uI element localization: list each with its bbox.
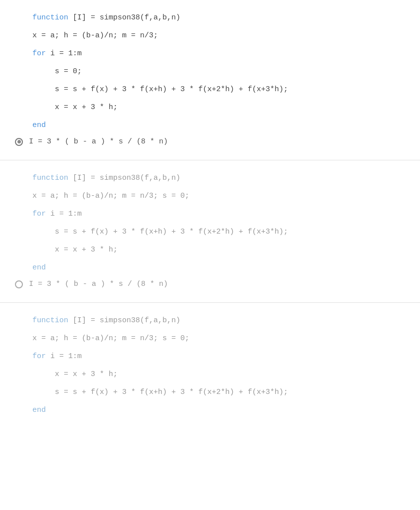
code-text: s = s + f(x) + 3 * f(x+h) + 3 * f(x+2*h)… bbox=[55, 388, 288, 396]
code-text: [I] = simpson38(f,a,b,n) bbox=[68, 174, 180, 182]
keyword: function bbox=[32, 13, 68, 22]
keyword: for bbox=[32, 352, 46, 361]
code-line: x = x + 3 * h; bbox=[0, 367, 420, 382]
code-block-2: function [I] = simpson38(f,a,b,n)x = a; … bbox=[0, 160, 420, 303]
keyword: end bbox=[32, 121, 46, 129]
radio-button[interactable] bbox=[15, 138, 23, 146]
radio-option-1[interactable]: I = 3 * ( b - a ) * s / (8 * n) bbox=[0, 133, 420, 150]
code-line: function [I] = simpson38(f,a,b,n) bbox=[0, 313, 420, 329]
code-text: i = 1:m bbox=[46, 210, 82, 218]
keyword: for bbox=[32, 49, 46, 58]
code-text: x = x + 3 * h; bbox=[55, 246, 118, 254]
radio-option-2[interactable]: I = 3 * ( b - a ) * s / (8 * n) bbox=[0, 276, 420, 292]
radio-label: I = 3 * ( b - a ) * s / (8 * n) bbox=[29, 137, 168, 146]
code-line: s = s + f(x) + 3 * f(x+h) + 3 * f(x+2*h)… bbox=[0, 82, 420, 98]
keyword: end bbox=[32, 406, 46, 414]
code-text: s = s + f(x) + 3 * f(x+h) + 3 * f(x+2*h)… bbox=[55, 85, 288, 94]
code-line: s = s + f(x) + 3 * f(x+h) + 3 * f(x+2*h)… bbox=[0, 224, 420, 240]
code-block-1: function [I] = simpson38(f,a,b,n)x = a; … bbox=[0, 0, 420, 160]
keyword: for bbox=[32, 210, 46, 218]
code-text: i = 1:m bbox=[46, 352, 82, 361]
code-line: for i = 1:m bbox=[0, 349, 420, 365]
radio-button[interactable] bbox=[15, 280, 23, 288]
code-block-3: function [I] = simpson38(f,a,b,n)x = a; … bbox=[0, 303, 420, 428]
code-text: [I] = simpson38(f,a,b,n) bbox=[68, 316, 180, 325]
code-line: x = a; h = (b-a)/n; m = n/3; bbox=[0, 28, 420, 44]
code-line: x = a; h = (b-a)/n; m = n/3; s = 0; bbox=[0, 188, 420, 204]
code-line: end bbox=[0, 118, 420, 133]
code-text: x = a; h = (b-a)/n; m = n/3; bbox=[32, 31, 158, 40]
code-text: x = a; h = (b-a)/n; m = n/3; s = 0; bbox=[32, 192, 189, 200]
code-line: x = x + 3 * h; bbox=[0, 100, 420, 116]
code-text: x = x + 3 * h; bbox=[55, 370, 118, 379]
keyword: function bbox=[32, 316, 68, 325]
code-line: function [I] = simpson38(f,a,b,n) bbox=[0, 10, 420, 26]
code-text: x = a; h = (b-a)/n; m = n/3; s = 0; bbox=[32, 334, 189, 343]
app-container: function [I] = simpson38(f,a,b,n)x = a; … bbox=[0, 0, 420, 428]
keyword: function bbox=[32, 174, 68, 182]
radio-label: I = 3 * ( b - a ) * s / (8 * n) bbox=[29, 280, 168, 288]
keyword: end bbox=[32, 263, 46, 272]
code-line: function [I] = simpson38(f,a,b,n) bbox=[0, 170, 420, 186]
code-line: x = x + 3 * h; bbox=[0, 242, 420, 258]
code-line: end bbox=[0, 402, 420, 418]
code-line: s = s + f(x) + 3 * f(x+h) + 3 * f(x+2*h)… bbox=[0, 384, 420, 400]
code-text: s = 0; bbox=[55, 67, 82, 76]
code-line: for i = 1:m bbox=[0, 46, 420, 62]
code-line: for i = 1:m bbox=[0, 206, 420, 222]
code-line: end bbox=[0, 260, 420, 276]
code-text: i = 1:m bbox=[46, 49, 82, 58]
code-line: s = 0; bbox=[0, 64, 420, 80]
code-line: x = a; h = (b-a)/n; m = n/3; s = 0; bbox=[0, 331, 420, 347]
code-text: x = x + 3 * h; bbox=[55, 103, 118, 112]
code-text: [I] = simpson38(f,a,b,n) bbox=[68, 13, 180, 22]
code-text: s = s + f(x) + 3 * f(x+h) + 3 * f(x+2*h)… bbox=[55, 228, 288, 236]
